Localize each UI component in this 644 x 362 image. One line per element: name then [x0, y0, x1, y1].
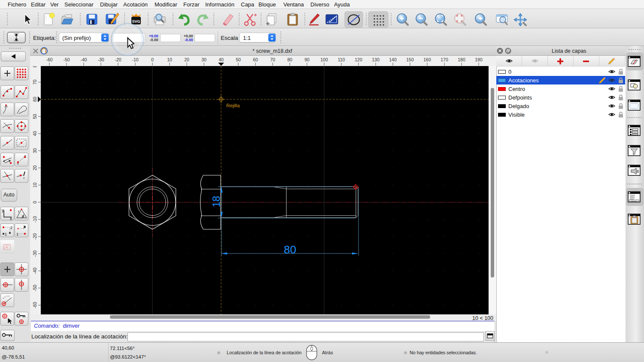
svg-text:18: 18	[210, 196, 222, 208]
svg-text:110: 110	[338, 57, 345, 62]
svg-text:-20: -20	[32, 233, 37, 240]
svg-text:Rejilla: Rejilla	[226, 103, 240, 108]
svg-text:90: 90	[304, 57, 310, 62]
svg-text:160: 160	[423, 57, 431, 62]
svg-text:20: 20	[184, 57, 189, 62]
svg-text:-10: -10	[32, 216, 37, 223]
svg-text:40: 40	[32, 131, 37, 136]
svg-text:60: 60	[32, 97, 37, 102]
svg-text:-40: -40	[80, 57, 87, 62]
svg-text:30: 30	[32, 148, 37, 154]
svg-text:120: 120	[355, 57, 362, 62]
svg-text:190: 190	[475, 57, 483, 62]
svg-text:50: 50	[32, 114, 37, 119]
svg-text:50: 50	[236, 57, 241, 62]
svg-text:-30: -30	[32, 250, 37, 257]
svg-text:150: 150	[406, 57, 414, 62]
svg-text:40: 40	[219, 57, 224, 62]
svg-text:1: 1	[5, 232, 7, 236]
svg-text:30: 30	[201, 57, 207, 62]
svg-text:20: 20	[32, 166, 37, 171]
svg-text:y: y	[2, 208, 4, 213]
svg-text:10: 10	[32, 183, 37, 188]
svg-text:80: 80	[32, 66, 37, 67]
svg-text:-30: -30	[97, 57, 104, 62]
svg-text:60: 60	[253, 57, 258, 62]
svg-text:x: x	[10, 216, 12, 220]
svg-text:r: r	[18, 209, 19, 214]
svg-text:-60: -60	[46, 57, 52, 62]
svg-text:-60: -60	[32, 302, 37, 308]
svg-text:100: 100	[320, 57, 328, 62]
svg-text:2: 2	[10, 226, 12, 230]
svg-text:0: 0	[151, 57, 154, 62]
svg-text:-40: -40	[32, 268, 37, 274]
svg-text:a: a	[22, 214, 24, 218]
svg-text:70: 70	[270, 57, 275, 62]
svg-text:80: 80	[284, 243, 296, 256]
svg-text:1: 1	[16, 232, 18, 236]
svg-text:80: 80	[287, 57, 292, 62]
svg-text:-50: -50	[63, 57, 70, 62]
svg-text:10: 10	[167, 57, 172, 62]
svg-text:-50: -50	[32, 285, 37, 291]
svg-text:70: 70	[32, 80, 37, 85]
svg-text:170: 170	[440, 57, 448, 62]
svg-text:140: 140	[389, 57, 397, 62]
svg-text:130: 130	[372, 57, 380, 62]
svg-text:180: 180	[458, 57, 465, 62]
svg-text:command: command	[630, 200, 637, 202]
svg-text:0: 0	[32, 201, 37, 203]
